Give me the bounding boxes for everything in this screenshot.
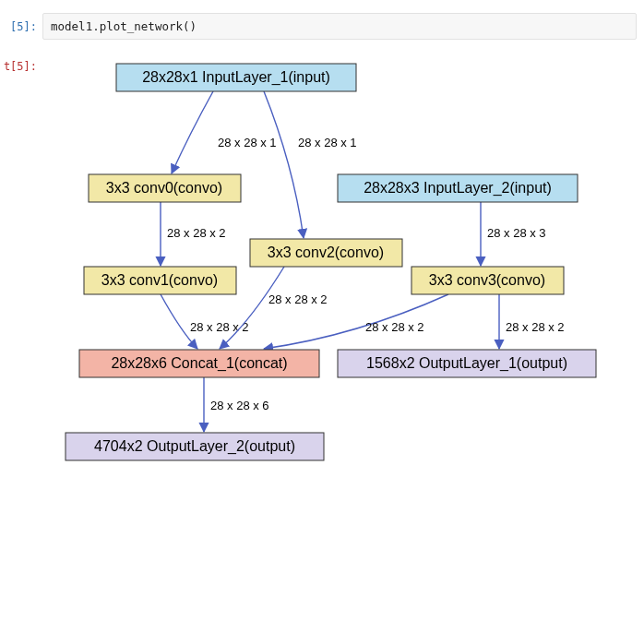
edge-label: 28 x 28 x 1 [298, 136, 357, 149]
edge-label: 28 x 28 x 2 [365, 320, 424, 334]
node-label: 3x3 conv0(convo) [106, 180, 222, 196]
in-prompt: [5]: [0, 13, 42, 33]
edge-label: 28 x 28 x 2 [268, 292, 328, 306]
edge [172, 91, 213, 173]
edge-label: 28 x 28 x 2 [506, 320, 565, 334]
output-area: 28 x 28 x 1 28 x 28 x 1 28 x 28 x 2 28 x… [42, 53, 644, 636]
edge [264, 91, 304, 238]
edge-label: 28 x 28 x 2 [167, 226, 226, 240]
edge-label: 28 x 28 x 3 [487, 226, 546, 240]
node-label: 3x3 conv2(convo) [268, 244, 384, 260]
node-label: 28x28x1 InputLayer_1(input) [142, 69, 330, 86]
edge-label: 28 x 28 x 6 [210, 399, 269, 412]
node-label: 3x3 conv1(convo) [101, 272, 218, 288]
node-label: 3x3 conv3(convo) [429, 272, 545, 288]
node-label: 28x28x3 InputLayer_2(input) [364, 180, 552, 197]
node-label: 1568x2 OutputLayer_1(output) [366, 355, 567, 372]
network-diagram: 28 x 28 x 1 28 x 28 x 1 28 x 28 x 2 28 x… [42, 54, 644, 636]
out-prompt: t[5]: [0, 53, 42, 73]
edge-label: 28 x 28 x 2 [190, 320, 249, 334]
node-label: 28x28x6 Concat_1(concat) [111, 355, 287, 372]
code-cell[interactable]: model1.plot_network() [42, 13, 637, 40]
edge-label: 28 x 28 x 1 [218, 136, 277, 149]
node-label: 4704x2 OutputLayer_2(output) [94, 438, 295, 455]
